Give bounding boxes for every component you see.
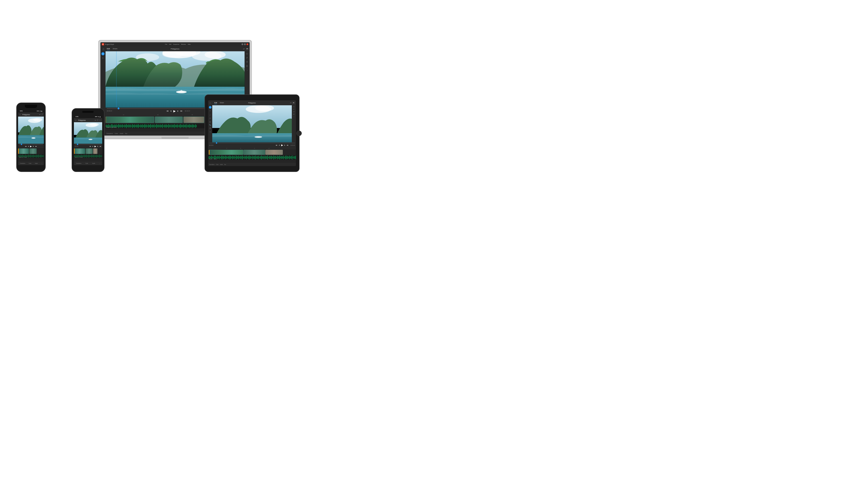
add-button[interactable]: + — [101, 52, 104, 55]
iphone-clip-1[interactable] — [18, 149, 29, 154]
android-skip-back[interactable]: ⏮ — [90, 145, 91, 147]
android-step-fwd[interactable]: ⏵ — [97, 145, 99, 147]
grid-icon[interactable]: ⊞ — [246, 64, 249, 68]
tablet-toolbar-transitions[interactable]: Transitions — [209, 164, 215, 165]
tablet-share-icon[interactable]: ⤴ — [209, 113, 212, 116]
clip-2[interactable] — [155, 116, 183, 123]
tablet-step-back[interactable]: ⏴ — [278, 144, 280, 146]
tablet-grid2-icon[interactable]: ⊞ — [293, 113, 294, 115]
tablet-add-btn[interactable]: + — [209, 106, 212, 109]
iphone-tool-transitions[interactable]: Transitions — [20, 163, 25, 164]
tablet-resize2-icon[interactable]: ↕ — [293, 116, 294, 118]
android-undo-icon[interactable]: ↩ — [95, 119, 96, 121]
tablet-export-icon[interactable]: ⬒ — [293, 102, 294, 104]
tablet-clip-icon[interactable]: 📎 — [209, 124, 212, 127]
iphone-home-icon[interactable]: ⌂ — [20, 113, 21, 116]
iphone-tool-audio[interactable]: Audio — [35, 163, 38, 164]
scrubber-handle[interactable] — [118, 107, 120, 109]
clip-1[interactable] — [105, 116, 154, 123]
play-btn[interactable]: ▶ — [174, 109, 176, 112]
tablet-scrubber[interactable] — [209, 143, 295, 143]
iphone-step-back[interactable]: ⏴ — [28, 145, 29, 147]
iphone-undo-icon[interactable]: ↩ — [39, 113, 41, 116]
tablet-copy-icon[interactable]: ⊡ — [209, 117, 212, 120]
tablet-effects2-icon[interactable]: ⚙ — [293, 111, 294, 113]
export-icon[interactable]: ⬒ — [246, 47, 248, 50]
tablet-step-fwd[interactable]: ⏵ — [284, 144, 286, 146]
tablet-tab-share[interactable]: Share — [220, 101, 224, 104]
android-step-back[interactable]: ⏴ — [92, 145, 94, 147]
toolbar-transitions[interactable]: Transitions — [106, 133, 113, 134]
android-clip-2[interactable] — [86, 149, 93, 154]
android-skip-fwd[interactable]: ⏭ — [100, 145, 101, 147]
tablet-clip-3[interactable] — [266, 150, 283, 155]
minimize-btn[interactable] — [241, 43, 243, 45]
android-clip-1[interactable] — [74, 149, 85, 154]
android-tool-audio[interactable]: Audio — [92, 163, 95, 164]
skip-fwd-btn[interactable]: ⏭ — [180, 110, 182, 112]
tablet-crop-icon[interactable]: ⊡ — [293, 106, 294, 108]
undo-icon[interactable]: ↩ — [243, 47, 245, 50]
android-play-btn[interactable]: ▶ — [94, 145, 96, 148]
android-more-icon[interactable]: ⋮ — [99, 119, 101, 121]
step-back-btn[interactable]: ⏴ — [170, 110, 172, 112]
tablet-cut-icon[interactable]: ✗ — [293, 108, 294, 110]
toolbar-tooltips[interactable]: Too — [125, 133, 127, 134]
trim-icon[interactable]: ✗ — [246, 56, 249, 59]
toolbar-color[interactable]: Color — [115, 133, 118, 134]
tablet-clip-2[interactable] — [243, 150, 265, 155]
step-fwd-btn[interactable]: ⏵ — [177, 110, 179, 112]
iphone-skip-fwd[interactable]: ⏭ — [35, 145, 37, 147]
android-tool-transitions[interactable]: Transitions — [76, 163, 81, 164]
menu-edit[interactable]: Edit — [169, 43, 171, 45]
iphone-scrubber[interactable] — [19, 144, 43, 144]
tablet-undo-icon[interactable]: ↩ — [290, 102, 291, 104]
iphone-tool-color[interactable]: Color — [29, 163, 31, 164]
android-tool-toolbox[interactable]: ... — [99, 163, 100, 164]
tablet-skip-back[interactable]: ⏮ — [276, 144, 277, 146]
toolbar-audio[interactable]: Audio — [120, 133, 123, 134]
tablet-list-icon[interactable]: ≣ — [209, 127, 212, 130]
effects-icon[interactable]: ⚙ — [246, 60, 249, 64]
android-scrubber-handle[interactable] — [77, 144, 78, 145]
menu-sequence[interactable]: Sequence — [173, 43, 179, 45]
iphone-step-fwd[interactable]: ⏵ — [33, 145, 34, 147]
tablet-home-icon[interactable]: ⌂ — [210, 102, 211, 104]
iphone-tool-toolbox[interactable]: ... — [41, 163, 42, 164]
resize-icon[interactable]: ↕ — [246, 68, 249, 72]
iphone-scrubber-handle[interactable] — [21, 144, 22, 145]
tablet-skip-fwd[interactable]: ⏭ — [287, 144, 288, 146]
tablet-delete-icon[interactable]: 🗑 — [209, 121, 212, 123]
iphone-skip-back[interactable]: ⏮ — [25, 145, 27, 147]
tablet-sidebar-btn[interactable]: ≡ — [209, 109, 212, 112]
tablet-clip-1[interactable] — [209, 150, 243, 155]
tablet-toolbar-tooltips[interactable]: Too — [224, 164, 226, 165]
close-btn[interactable] — [246, 43, 248, 45]
tablet-toolbar-color[interactable]: Color — [216, 164, 219, 165]
clip-3[interactable] — [183, 116, 204, 123]
tablet-toolbar-audio[interactable]: Audio — [220, 164, 223, 165]
menu-file[interactable]: File — [165, 43, 167, 45]
tablet-home-button[interactable] — [296, 131, 302, 136]
iphone-play-btn[interactable]: ▶ — [30, 145, 32, 148]
tablet-scrubber-handle[interactable] — [216, 142, 217, 144]
menu-window[interactable]: Window — [181, 43, 186, 45]
tab-share[interactable]: Share — [113, 47, 117, 51]
media-button[interactable]: ≡ — [101, 56, 104, 59]
tablet-bottom-icon[interactable]: ⊛ — [209, 131, 212, 133]
tab-edit[interactable]: Edit — [107, 47, 110, 51]
android-clip-3[interactable] — [93, 149, 97, 154]
skip-back-btn[interactable]: ⏮ — [166, 110, 168, 112]
android-scrubber[interactable] — [75, 144, 101, 144]
android-share-icon[interactable]: ⤴ — [97, 119, 98, 121]
home-icon[interactable]: ⌂ — [102, 47, 105, 51]
menu-help[interactable]: Help — [188, 43, 190, 45]
tablet-play-btn[interactable]: ▶ — [281, 144, 283, 147]
iphone-share-icon[interactable]: ⤴ — [41, 113, 42, 116]
tablet-tab-edit[interactable]: Edit — [214, 101, 217, 104]
iphone-clip-2[interactable] — [29, 149, 37, 154]
maximize-btn[interactable] — [244, 43, 246, 45]
crop-icon[interactable]: ⊡ — [246, 52, 249, 55]
android-home-icon[interactable]: ⌂ — [75, 119, 76, 121]
android-tool-color[interactable]: Color — [86, 163, 88, 164]
